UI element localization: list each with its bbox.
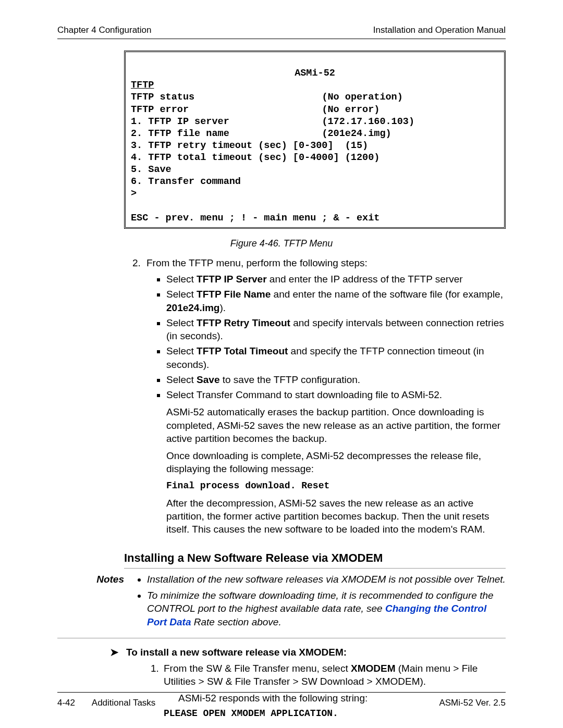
term-heading: TFTP: [131, 80, 154, 91]
bullet-6: Select Transfer Command to start downloa…: [166, 388, 506, 536]
term-l1v: (172.17.160.103): [322, 116, 414, 127]
bullet-3: Select TFTP Retry Timeout and specify in…: [166, 316, 506, 343]
procedure-heading: ➤ To install a new software release via …: [109, 646, 506, 659]
term-status-lbl: TFTP status: [131, 92, 194, 103]
sub-bullets: Select TFTP IP Server and enter the IP a…: [146, 273, 506, 536]
procedure-title: To install a new software release via XM…: [126, 646, 347, 659]
term-l4: 4. TFTP total timeout (sec) [0-4000] (12…: [131, 152, 380, 163]
footer-right: ASMi-52 Ver. 2.5: [439, 698, 506, 708]
notes-body: Installation of the new software release…: [133, 573, 506, 632]
step-1: From the SW & File Transfer menu, select…: [162, 662, 506, 720]
arrow-icon: ➤: [109, 646, 119, 658]
term-l1: 1. TFTP IP server: [131, 116, 229, 127]
figure-caption: Figure 4-46. TFTP Menu: [57, 238, 506, 249]
term-l2v: (201e24.img): [322, 128, 391, 139]
note-2: To minimize the software downloading tim…: [147, 589, 506, 628]
page-header: Chapter 4 Configuration Installation and…: [57, 25, 506, 39]
footer-page: 4-42: [57, 698, 75, 708]
term-prompt: >: [131, 188, 137, 199]
notes-block: Notes Installation of the new software r…: [57, 573, 506, 638]
para-3: After the decompression, ASMi-52 saves t…: [166, 497, 506, 536]
term-l6: 6. Transfer command: [131, 176, 241, 187]
bullet-5: Select Save to save the TFTP configurati…: [166, 373, 506, 386]
header-left: Chapter 4 Configuration: [57, 25, 152, 35]
notes-label: Notes: [57, 573, 133, 632]
bullet-4: Select TFTP Total Timeout and specify th…: [166, 344, 506, 371]
term-nav: ESC - prev. menu ; ! - main menu ; & - e…: [131, 213, 380, 224]
steps-list: From the SW & File Transfer menu, select…: [57, 662, 506, 720]
msg-2: PLEASE OPEN XMODEM APPLICATION.: [164, 708, 506, 720]
bullet-2: Select TFTP File Name and enter the name…: [166, 288, 506, 314]
page-footer: 4-42 Additional Tasks ASMi-52 Ver. 2.5: [57, 692, 506, 708]
term-error-lbl: TFTP error: [131, 104, 189, 115]
step-2-intro: From the TFTP menu, perform the followin…: [146, 257, 368, 268]
header-right: Installation and Operation Manual: [373, 25, 506, 35]
para-2: Once downloading is complete, ASMi-52 de…: [166, 449, 506, 476]
term-title: ASMi-52: [131, 67, 499, 79]
term-l2: 2. TFTP file name: [131, 128, 229, 139]
term-status-val: (No operation): [322, 92, 402, 103]
bullet-1: Select TFTP IP Server and enter the IP a…: [166, 273, 506, 286]
main-list: From the TFTP menu, perform the followin…: [57, 256, 506, 536]
term-l5: 5. Save: [131, 164, 172, 175]
term-l3: 3. TFTP retry timeout (sec) [0-300] (15): [131, 140, 368, 151]
msg-1: Final process download. Reset: [166, 480, 506, 492]
terminal-screen: ASMi-52TFTP TFTP status (No operation) T…: [124, 51, 506, 229]
section-heading: Installing a New Software Release via XM…: [124, 550, 506, 568]
para-1: ASMi-52 automatically erases the backup …: [166, 405, 506, 445]
term-error-val: (No error): [322, 104, 380, 115]
step-2: From the TFTP menu, perform the followin…: [143, 256, 506, 536]
footer-section: Additional Tasks: [92, 698, 156, 708]
note-1: Installation of the new software release…: [147, 573, 506, 586]
